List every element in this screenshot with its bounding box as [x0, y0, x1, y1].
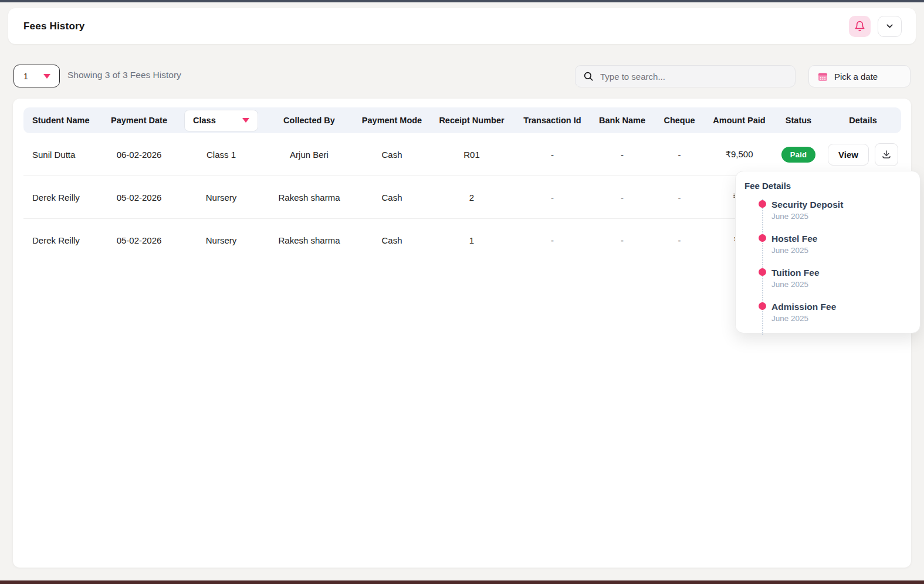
page-header: Fees History	[8, 8, 916, 44]
col-transaction-id: Transaction Id	[513, 107, 592, 133]
cell-details: View	[825, 133, 901, 176]
col-class: Class	[177, 107, 265, 133]
popover-title: Fee Details	[744, 181, 911, 191]
cell-payment-mode: Cash	[353, 133, 431, 176]
page-title: Fees History	[23, 21, 84, 32]
fee-details-popover: Fee Details Security Deposit June 2025 H…	[735, 171, 920, 333]
cell-class: Nursery	[177, 176, 265, 219]
page-size-select[interactable]: 1	[13, 65, 60, 87]
fee-name: Security Deposit	[771, 199, 911, 210]
cell-cheque: -	[652, 133, 706, 176]
cell-payment-mode: Cash	[353, 219, 431, 262]
top-window-strip	[0, 0, 924, 2]
fee-timeline-item: Security Deposit June 2025	[771, 199, 911, 233]
page-size-value: 1	[23, 72, 28, 81]
notifications-button[interactable]	[849, 16, 871, 37]
toolbar: 1 Showing 3 of 3 Fees History Pick a dat…	[0, 65, 924, 87]
header-actions	[849, 16, 902, 37]
cell-collected-by: Arjun Beri	[265, 133, 353, 176]
cell-transaction-id: -	[513, 133, 592, 176]
cell-cheque: -	[652, 219, 706, 262]
pick-date-label: Pick a date	[834, 72, 878, 82]
col-student-name: Student Name	[23, 107, 101, 133]
fee-period: June 2025	[771, 212, 911, 221]
calendar-icon	[817, 71, 828, 82]
caret-down-icon	[242, 118, 249, 123]
cell-payment-date: 05-02-2026	[101, 176, 177, 219]
download-receipt-button[interactable]	[875, 143, 898, 166]
col-bank-name: Bank Name	[592, 107, 652, 133]
col-receipt-number: Receipt Number	[431, 107, 513, 133]
col-payment-mode: Payment Mode	[353, 107, 431, 133]
cell-student-name: Derek Reilly	[23, 219, 101, 262]
cell-collected-by: Rakesh sharma	[265, 176, 353, 219]
download-icon	[881, 149, 892, 160]
status-badge: Paid	[781, 147, 815, 163]
cell-receipt-number: 2	[431, 176, 513, 219]
cell-bank-name: -	[592, 133, 652, 176]
chevron-down-icon	[885, 21, 895, 31]
fee-timeline: Security Deposit June 2025 Hostel Fee Ju…	[762, 199, 911, 335]
fee-name: Admission Fee	[771, 301, 911, 312]
timeline-dot-icon	[759, 302, 766, 310]
timeline-dot-icon	[759, 268, 766, 276]
cell-transaction-id: -	[513, 176, 592, 219]
pick-date-button[interactable]: Pick a date	[808, 65, 911, 87]
caret-down-icon	[43, 74, 50, 79]
cell-bank-name: -	[592, 176, 652, 219]
fee-period: June 2025	[771, 280, 911, 289]
cell-class: Nursery	[177, 219, 265, 262]
cell-bank-name: -	[592, 219, 652, 262]
col-details: Details	[825, 107, 901, 133]
cell-payment-date: 06-02-2026	[101, 133, 177, 176]
cell-student-name: Derek Reilly	[23, 176, 101, 219]
col-payment-date: Payment Date	[101, 107, 177, 133]
fee-timeline-item: Admission Fee June 2025	[771, 301, 911, 335]
col-cheque: Cheque	[652, 107, 706, 133]
col-collected-by: Collected By	[265, 107, 353, 133]
class-filter-dropdown[interactable]: Class	[184, 110, 258, 131]
search-icon	[583, 71, 594, 82]
search-input[interactable]	[600, 72, 788, 82]
cell-payment-mode: Cash	[353, 176, 431, 219]
view-button[interactable]: View	[828, 144, 869, 166]
fee-period: June 2025	[771, 246, 911, 255]
cell-amount-paid: ₹9,500	[706, 133, 772, 176]
col-amount-paid: Amount Paid	[706, 107, 772, 133]
bell-icon	[854, 21, 865, 32]
fee-name: Hostel Fee	[771, 233, 911, 244]
col-status: Status	[772, 107, 825, 133]
timeline-dot-icon	[759, 234, 766, 242]
timeline-dot-icon	[759, 200, 766, 208]
table-row: Sunil Dutta 06-02-2026 Class 1 Arjun Ber…	[23, 133, 901, 176]
cell-collected-by: Rakesh sharma	[265, 219, 353, 262]
cell-transaction-id: -	[513, 219, 592, 262]
cell-receipt-number: 1	[431, 219, 513, 262]
fee-timeline-item: Tuition Fee June 2025	[771, 267, 911, 301]
collapse-header-button[interactable]	[878, 16, 902, 37]
class-filter-label: Class	[193, 116, 216, 125]
fee-period: June 2025	[771, 314, 911, 323]
cell-payment-date: 05-02-2026	[101, 219, 177, 262]
cell-student-name: Sunil Dutta	[23, 133, 101, 176]
bottom-window-strip	[0, 580, 924, 584]
cell-receipt-number: R01	[431, 133, 513, 176]
cell-cheque: -	[652, 176, 706, 219]
cell-status: Paid	[772, 133, 825, 176]
cell-class: Class 1	[177, 133, 265, 176]
search-box	[575, 65, 796, 87]
table-header-row: Student Name Payment Date Class Collecte…	[23, 107, 901, 133]
fee-name: Tuition Fee	[771, 267, 911, 278]
results-count-text: Showing 3 of 3 Fees History	[67, 70, 181, 80]
fee-timeline-item: Hostel Fee June 2025	[771, 233, 911, 267]
